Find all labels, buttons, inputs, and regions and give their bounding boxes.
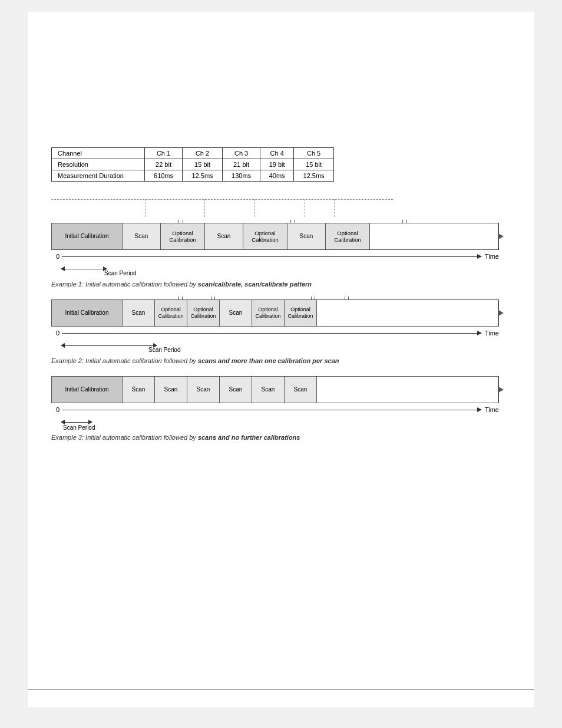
example2-scan-1: Scan: [123, 300, 155, 326]
example2-caption: Example 2: Initial automatic calibration…: [51, 357, 511, 364]
example1-zero: 0: [51, 253, 59, 260]
example3-timeline: 0 Time: [51, 403, 499, 416]
example3-scan-1: Scan: [123, 377, 155, 403]
example2-time-label: Time: [485, 330, 499, 337]
channel-table: Channel Ch 1 Ch 2 Ch 3 Ch 4 Ch 5 Resolut…: [51, 147, 334, 182]
example2-spacer: [317, 300, 498, 326]
example1-scan-period-label: Scan Period: [104, 270, 136, 276]
example3-scan-5: Scan: [252, 377, 285, 403]
example3-diagram-row: Initial Calibration Scan Scan Scan Scan …: [51, 376, 499, 403]
example1-diagram-row: Initial Calibration Scan OptionalCalibra…: [51, 223, 499, 250]
bracket-line-3: [65, 422, 88, 423]
example3-section: Initial Calibration Scan Scan Scan Scan …: [51, 376, 511, 441]
example1-time-label: Time: [485, 253, 499, 260]
example1-timeline: 0 Time: [51, 250, 499, 263]
example3-scan-period: Scan Period: [51, 417, 499, 430]
table-row-resolution-ch2: 15 bit: [183, 159, 223, 170]
table-row-duration-ch5: 12.5ms: [294, 170, 334, 182]
bracket-left-arrow-1: [61, 266, 65, 271]
example2-optional-cal-2: OptionalCalibration: [187, 300, 220, 326]
table-header-ch2: Ch 2: [183, 148, 223, 159]
example3-scan-period-label: Scan Period: [63, 424, 95, 431]
bracket-line-2: [65, 345, 153, 346]
table-header-ch3: Ch 3: [222, 148, 260, 159]
dashed-lines: [51, 187, 511, 217]
table-row-duration-ch2: 12.5ms: [183, 170, 223, 182]
example2-diagram-row: Initial Calibration Scan OptionalCalibra…: [51, 299, 499, 327]
example2-scan-2: Scan: [220, 300, 252, 326]
table-row-resolution-label: Resolution: [52, 159, 145, 170]
table-header-ch4: Ch 4: [260, 148, 294, 159]
example2-optional-cal-4: OptionalCalibration: [285, 300, 317, 326]
example2-timeline-arrow: [62, 333, 481, 334]
bracket-line-1: [65, 269, 103, 269]
table-header-ch1: Ch 1: [144, 148, 182, 159]
example3-initial-cal: Initial Calibration: [52, 377, 123, 403]
example1-scan-2: Scan: [205, 223, 243, 249]
example3-caption: Example 3: Initial automatic calibration…: [51, 434, 511, 441]
example3-scan-6: Scan: [285, 377, 317, 403]
table-row-resolution-ch5: 15 bit: [294, 159, 334, 170]
table-row-duration-ch1: 610ms: [144, 170, 182, 182]
example2-scan-period: Scan Period: [51, 341, 499, 354]
example1-timeline-arrow: [62, 256, 481, 257]
example3-arrow-right: [498, 387, 504, 393]
table-row-duration-ch4: 40ms: [260, 170, 294, 182]
bottom-divider: [28, 689, 534, 690]
example1-scan-1: Scan: [123, 223, 161, 249]
example1-optional-cal-2: OptionalCalibration: [243, 223, 287, 249]
example3-zero: 0: [51, 406, 59, 413]
example3-scan-4: Scan: [220, 377, 252, 403]
example3-spacer: [317, 377, 498, 403]
bracket-left-arrow-3: [61, 420, 65, 424]
table-header-ch5: Ch 5: [294, 148, 334, 159]
table-row-duration-ch3: 130ms: [222, 170, 260, 182]
example3-scan-2: Scan: [155, 377, 187, 403]
example1-section: Initial Calibration Scan OptionalCalibra…: [51, 223, 511, 288]
table-row-resolution-ch4: 19 bit: [260, 159, 294, 170]
example1-scan-period: Scan Period: [51, 264, 499, 277]
example1-spacer: [370, 223, 498, 249]
example1-optional-cal-3: OptionalCalibration: [326, 223, 370, 249]
example2-optional-cal-3: OptionalCalibration: [252, 300, 285, 326]
example2-arrow-right: [498, 310, 504, 316]
table-header-channel: Channel: [52, 148, 145, 159]
example3-timeline-arrow: [62, 410, 481, 410]
table-row-resolution-ch1: 22 bit: [144, 159, 182, 170]
example3-scan-3: Scan: [187, 377, 220, 403]
example1-scan-3: Scan: [287, 223, 326, 249]
example2-timeline: 0 Time: [51, 327, 499, 340]
example3-time-label: Time: [485, 406, 499, 413]
example2-optional-cal-1: OptionalCalibration: [155, 300, 187, 326]
example1-optional-cal-1: OptionalCalibration: [161, 223, 205, 249]
example1-initial-cal: Initial Calibration: [52, 223, 123, 249]
example2-initial-cal: Initial Calibration: [52, 300, 123, 326]
example1-caption: Example 1: Initial automatic calibration…: [51, 281, 511, 288]
table-row-duration-label: Measurement Duration: [52, 170, 145, 182]
example2-section: Initial Calibration Scan OptionalCalibra…: [51, 299, 511, 364]
example1-arrow-right: [498, 233, 504, 239]
example2-scan-period-label: Scan Period: [148, 347, 180, 353]
bracket-right-arrow-3: [88, 420, 92, 424]
page: Channel Ch 1 Ch 2 Ch 3 Ch 4 Ch 5 Resolut…: [28, 12, 534, 707]
example2-zero: 0: [51, 330, 59, 337]
table-row-resolution-ch3: 21 bit: [222, 159, 260, 170]
bracket-left-arrow-2: [61, 343, 65, 348]
